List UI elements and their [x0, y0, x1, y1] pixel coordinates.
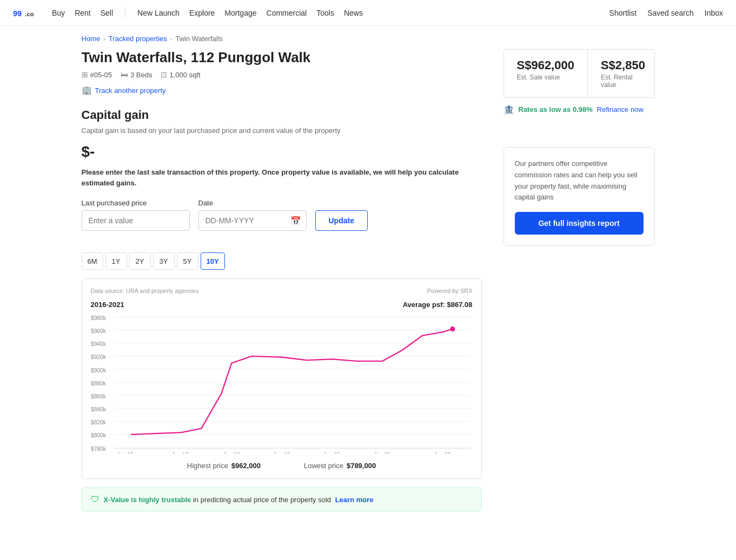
update-button[interactable]: Update	[315, 210, 368, 231]
property-title: Twin Waterfalls, 112 Punggol Walk	[82, 49, 482, 66]
trustable-learn-more[interactable]: Learn more	[335, 496, 374, 504]
date-label: Date	[198, 199, 307, 207]
page-container: Home › Tracked properties › Twin Waterfa…	[60, 26, 677, 511]
chart-avg-psf: Average psf: $867.08	[403, 301, 473, 309]
nav-commercial[interactable]: Commercial	[267, 9, 307, 17]
nav-mortgage[interactable]: Mortgage	[224, 9, 256, 17]
chart-container: Data source: URA and property agencies P…	[82, 278, 482, 479]
insights-report-button[interactable]: Get full insights report	[515, 212, 644, 235]
price-panel: S$962,000 Est. Sale value S$2,850 Est. R…	[503, 49, 655, 98]
last-purchase-form: Last purchased price Date 📅 Update	[82, 199, 482, 231]
capital-gain-title: Capital gain	[82, 108, 482, 122]
svg-text:99: 99	[13, 9, 22, 18]
date-group: Date 📅	[198, 199, 307, 231]
time-5y[interactable]: 5Y	[177, 252, 198, 270]
unit-icon: ⊞	[82, 70, 88, 79]
site-logo[interactable]: 99 .co	[13, 5, 39, 21]
capital-gain-desc: Capital gain is based on your last purch…	[82, 126, 482, 135]
lowest-price-label: Lowest price	[304, 462, 343, 470]
chart-period: 2016-2021	[91, 301, 124, 309]
nav-shortlist[interactable]: Shortlist	[609, 9, 637, 17]
rental-price-label: Est. Rental value	[601, 74, 645, 89]
trustable-highlight: X-Value is highly trustable	[104, 496, 191, 504]
refinance-bar: 🏦 Rates as low as 0.98% Refinance now	[503, 104, 655, 115]
property-header-section: Twin Waterfalls, 112 Punggol Walk ⊞ #05-…	[82, 49, 482, 95]
nav-rent[interactable]: Rent	[75, 9, 91, 17]
last-price-label: Last purchased price	[82, 199, 190, 207]
time-1y[interactable]: 1Y	[105, 252, 127, 270]
breadcrumb-sep-1: ›	[103, 36, 105, 42]
nav-tools[interactable]: Tools	[316, 9, 334, 17]
insights-card: Our partners offer competitive commissio…	[503, 147, 655, 246]
breadcrumb-sep-2: ›	[170, 36, 173, 42]
bed-icon: 🛏	[121, 70, 128, 79]
time-6m[interactable]: 6M	[82, 252, 103, 270]
svg-text:$860k: $860k	[91, 394, 107, 399]
refinance-rate: Rates as low as 0.98%	[519, 105, 593, 114]
chart-source: Data source: URA and property agencies	[91, 288, 199, 294]
svg-text:$780k: $780k	[91, 446, 107, 452]
date-input-wrap: 📅	[198, 210, 307, 231]
refinance-link[interactable]: Refinance now	[597, 105, 644, 114]
last-price-group: Last purchased price	[82, 199, 190, 231]
content-left: Twin Waterfalls, 112 Punggol Walk ⊞ #05-…	[82, 49, 482, 511]
nav-divider-1	[125, 8, 125, 18]
nav-new-launch[interactable]: New Launch	[137, 9, 180, 17]
navbar: 99 .co Buy Rent Sell New Launch Explore …	[0, 0, 736, 26]
lowest-price: Lowest price $789,000	[304, 462, 376, 470]
nav-saved-search[interactable]: Saved search	[647, 9, 694, 17]
svg-text:Jan 22: Jan 22	[434, 452, 450, 454]
time-2y[interactable]: 2Y	[129, 252, 151, 270]
building-icon: 🏢	[82, 85, 92, 95]
last-price-input[interactable]	[82, 210, 190, 231]
chart-svg-area: $980k $960k $940k $920k $900k $880k $860…	[91, 313, 473, 455]
nav-buy[interactable]: Buy	[52, 9, 65, 17]
sqft-value: 1,000 sqft	[169, 71, 200, 79]
svg-text:Jan 21: Jan 21	[374, 452, 390, 454]
svg-text:$960k: $960k	[91, 328, 107, 334]
capital-gain-note: Please enter the last sale transaction o…	[82, 167, 482, 188]
meta-beds: 🛏 3 Beds	[121, 70, 152, 79]
highest-price-value: $962,000	[231, 462, 261, 470]
svg-text:$880k: $880k	[91, 381, 107, 386]
chart-header: Data source: URA and property agencies P…	[91, 288, 473, 294]
time-10y[interactable]: 10Y	[201, 252, 225, 270]
date-input[interactable]	[198, 210, 307, 231]
beds-value: 3 Beds	[130, 71, 152, 79]
chart-powered: Powered by SRX	[427, 288, 473, 294]
svg-text:$920k: $920k	[91, 354, 107, 360]
meta-unit: ⊞ #05-05	[82, 70, 112, 79]
trustable-content: X-Value is highly trustable in predictin…	[104, 496, 374, 504]
nav-inbox[interactable]: Inbox	[705, 9, 723, 17]
svg-text:$820k: $820k	[91, 419, 107, 425]
nav-news[interactable]: News	[344, 9, 363, 17]
trustable-bar: 🛡 X-Value is highly trustable in predict…	[82, 488, 482, 511]
sale-price-block: S$962,000 Est. Sale value	[504, 50, 587, 97]
track-link-label: Track another property	[95, 86, 166, 95]
trustable-text: in predicting actual price of the proper…	[193, 496, 331, 504]
nav-explore[interactable]: Explore	[189, 9, 215, 17]
meta-sqft: ⊡ 1,000 sqft	[161, 70, 200, 79]
svg-text:$900k: $900k	[91, 368, 107, 374]
breadcrumb-home[interactable]: Home	[82, 35, 101, 43]
sale-price-label: Est. Sale value	[517, 74, 574, 81]
price-chart-svg: $980k $960k $940k $920k $900k $880k $860…	[91, 313, 473, 454]
highest-price: Highest price $962,000	[187, 462, 261, 470]
breadcrumb-tracked[interactable]: Tracked properties	[109, 35, 167, 43]
insights-card-text: Our partners offer competitive commissio…	[515, 158, 644, 203]
sqft-icon: ⊡	[161, 70, 167, 79]
svg-point-25	[450, 326, 455, 331]
unit-value: #05-05	[90, 71, 112, 79]
track-property-link[interactable]: 🏢 Track another property	[82, 85, 482, 95]
nav-sell[interactable]: Sell	[101, 9, 113, 17]
svg-text:Jan 17: Jan 17	[172, 452, 189, 454]
capital-gain-section: Capital gain Capital gain is based on yo…	[82, 108, 482, 231]
time-3y[interactable]: 3Y	[153, 252, 175, 270]
svg-text:Jan 16: Jan 16	[116, 452, 133, 454]
highest-price-label: Highest price	[187, 462, 228, 470]
breadcrumb: Home › Tracked properties › Twin Waterfa…	[82, 26, 655, 49]
svg-text:$840k: $840k	[91, 406, 107, 412]
shield-check-icon: 🛡	[91, 495, 100, 504]
lowest-price-value: $789,000	[347, 462, 376, 470]
svg-text:Jan 19: Jan 19	[273, 452, 290, 454]
